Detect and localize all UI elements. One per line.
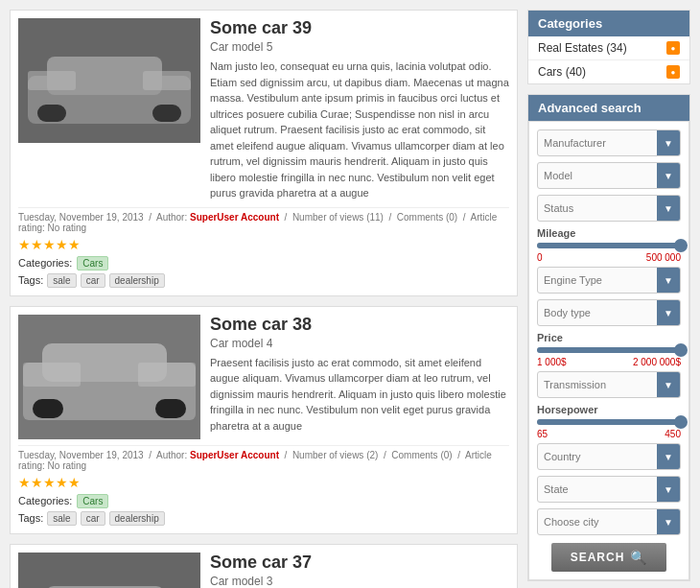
article-body: Praesent facilisis justo ac erat commodo… [210, 355, 509, 435]
tag-dealership[interactable]: dealership [109, 511, 165, 526]
model-select-row[interactable]: Model ▼ [537, 162, 681, 189]
article-author-link[interactable]: SuperUser Account [190, 450, 279, 460]
price-slider-thumb[interactable] [674, 343, 688, 357]
mileage-max: 500 000 [646, 252, 681, 263]
advanced-search-section: Advanced search Manufacturer ▼ Model ▼ [527, 94, 690, 581]
state-select[interactable]: State [538, 480, 657, 499]
main-content: Some car 39 Car model 5 Nam justo leo, c… [10, 10, 518, 588]
article-title[interactable]: Some car 38 [210, 315, 509, 335]
mileage-slider-fill [537, 243, 681, 248]
price-max: 2 000 000$ [633, 357, 681, 367]
categories-label: Categories: [18, 257, 72, 269]
engine-type-select[interactable]: Engine Type [538, 270, 657, 290]
horsepower-min: 65 [537, 429, 548, 439]
svg-rect-5 [28, 71, 76, 90]
article-card: Some car 37 Car model 3 Vivamus mattis o… [10, 544, 518, 589]
advanced-search-body: Manufacturer ▼ Model ▼ Status ▼ [528, 121, 689, 580]
article-date: Tuesday, November 19, 2013 [18, 212, 144, 223]
manufacturer-select-row[interactable]: Manufacturer ▼ [537, 129, 681, 156]
advanced-search-header: Advanced search [528, 95, 689, 121]
country-chevron-icon: ▼ [657, 444, 680, 469]
rss-icon: ● [666, 65, 680, 79]
article-body: Nam justo leo, consequat eu urna quis, l… [210, 59, 509, 201]
price-slider-fill [537, 347, 681, 353]
tag-sale[interactable]: sale [47, 511, 76, 526]
mileage-slider-values: 0 500 000 [537, 252, 681, 263]
horsepower-slider-fill [537, 419, 681, 425]
mileage-label: Mileage [537, 227, 681, 239]
tag-sale[interactable]: sale [47, 273, 76, 288]
sidebar: Categories Real Estates (34) ● Cars (40)… [527, 10, 690, 588]
tags-label: Tags: [18, 274, 43, 286]
horsepower-max: 450 [665, 429, 681, 439]
search-button-label: SEARCH [571, 551, 625, 564]
article-card: Some car 39 Car model 5 Nam justo leo, c… [10, 10, 518, 296]
search-btn-row: SEARCH 🔍 [537, 543, 681, 572]
search-button[interactable]: SEARCH 🔍 [551, 543, 667, 572]
article-text: Some car 37 Car model 3 Vivamus mattis o… [210, 553, 509, 589]
price-label: Price [537, 332, 681, 343]
article-meta: Tuesday, November 19, 2013 / Author: Sup… [18, 207, 509, 233]
article-tags-row: Tags: sale car dealership [18, 273, 509, 288]
svg-rect-12 [23, 363, 81, 387]
price-min: 1 000$ [537, 357, 567, 367]
engine-type-select-row[interactable]: Engine Type ▼ [537, 267, 681, 294]
manufacturer-chevron-icon: ▼ [657, 130, 680, 155]
country-select[interactable]: Country [538, 447, 657, 466]
article-image [18, 18, 200, 143]
transmission-select-row[interactable]: Transmission ▼ [537, 371, 681, 398]
price-slider-values: 1 000$ 2 000 000$ [537, 357, 681, 367]
model-select[interactable]: Model [538, 166, 657, 185]
horsepower-label: Horsepower [537, 404, 681, 415]
body-type-select[interactable]: Body type [538, 303, 657, 322]
sidebar-item-cars[interactable]: Cars (40) ● [528, 60, 689, 83]
category-tag[interactable]: Cars [77, 256, 108, 270]
horsepower-slider-thumb[interactable] [674, 415, 688, 429]
article-stars: ★★★★★ [18, 475, 509, 490]
sidebar-item-label: Cars (40) [538, 65, 586, 79]
tag-car[interactable]: car [81, 511, 105, 526]
tags-label: Tags: [18, 512, 43, 524]
article-title[interactable]: Some car 39 [210, 18, 509, 38]
sidebar-item-real-estates[interactable]: Real Estates (34) ● [528, 36, 689, 60]
transmission-select[interactable]: Transmission [538, 375, 657, 394]
article-comments: Comments (0) [397, 212, 457, 223]
price-slider-track[interactable] [537, 347, 681, 353]
status-select-row[interactable]: Status ▼ [537, 195, 681, 222]
horsepower-slider-track[interactable] [537, 419, 681, 425]
rss-icon: ● [666, 41, 680, 55]
mileage-slider-thumb[interactable] [674, 239, 688, 252]
tag-dealership[interactable]: dealership [109, 273, 165, 288]
state-select-row[interactable]: State ▼ [537, 476, 681, 503]
body-type-chevron-icon: ▼ [657, 300, 680, 325]
article-tags-row: Tags: sale car dealership [18, 511, 509, 526]
search-icon: 🔍 [630, 550, 647, 565]
category-tag[interactable]: Cars [77, 494, 108, 508]
categories-section: Categories Real Estates (34) ● Cars (40)… [527, 10, 690, 84]
status-select[interactable]: Status [538, 199, 657, 218]
article-text: Some car 39 Car model 5 Nam justo leo, c… [210, 18, 509, 201]
tag-car[interactable]: car [81, 273, 105, 288]
svg-rect-14 [18, 553, 200, 589]
svg-rect-4 [152, 105, 181, 122]
categories-label: Categories: [18, 495, 72, 506]
article-author-link[interactable]: SuperUser Account [190, 212, 279, 223]
status-chevron-icon: ▼ [657, 196, 680, 221]
article-meta: Tuesday, November 19, 2013 / Author: Sup… [18, 445, 509, 471]
article-subtitle: Car model 5 [210, 40, 509, 54]
article-image [18, 315, 200, 439]
svg-rect-10 [33, 399, 63, 418]
categories-header: Categories [528, 11, 689, 36]
country-select-row[interactable]: Country ▼ [537, 443, 681, 470]
manufacturer-select[interactable]: Manufacturer [538, 133, 657, 153]
mileage-slider-track[interactable] [537, 243, 681, 248]
article-stars: ★★★★★ [18, 237, 509, 252]
article-date: Tuesday, November 19, 2013 [18, 450, 144, 460]
body-type-select-row[interactable]: Body type ▼ [537, 299, 681, 326]
city-select[interactable]: Choose city [538, 512, 657, 531]
article-categories-row: Categories: Cars [18, 256, 509, 270]
state-chevron-icon: ▼ [657, 477, 680, 502]
article-subtitle: Car model 3 [210, 575, 509, 588]
article-title[interactable]: Some car 37 [210, 553, 509, 573]
city-select-row[interactable]: Choose city ▼ [537, 508, 681, 535]
